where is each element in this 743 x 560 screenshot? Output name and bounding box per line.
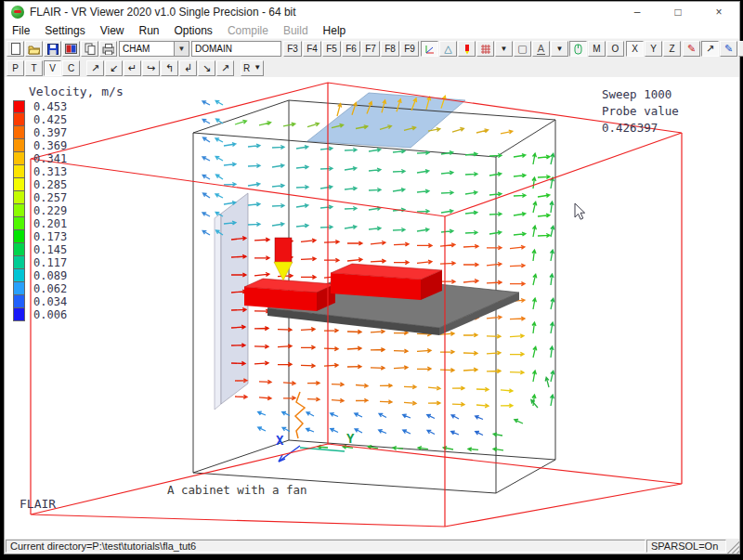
fkey-f7-button[interactable]: F7 [361,41,380,57]
domain-name-input[interactable] [191,41,281,57]
legend-row: 0.369 [13,139,67,152]
viewmode-v-button[interactable]: V [44,60,61,76]
rotate-view-3-button[interactable]: ↵ [124,60,141,76]
legend-swatch [13,217,25,230]
axes-toggle-icon[interactable] [421,41,438,57]
grid-toggle-icon[interactable] [476,41,494,57]
legend-row: 0.173 [13,230,67,243]
fkey-f4-button[interactable]: F4 [303,41,321,57]
mouse-mode-icon[interactable] [569,41,587,57]
print-button[interactable] [99,41,117,57]
fkey-f9-button[interactable]: F9 [400,41,419,57]
fkey-f5-button[interactable]: F5 [322,41,341,57]
viewmode-p-button[interactable]: P [7,60,24,76]
legend-row: 0.201 [13,217,67,230]
rotate-view-7-button[interactable]: ↘ [198,60,215,76]
rotate-view-8-button[interactable]: ↗ [216,60,234,76]
menu-settings[interactable]: Settings [37,23,92,38]
status-sparsol: SPARSOL=On [646,540,726,553]
angle-snap-icon[interactable]: A [532,41,550,57]
rotate-arrow-icon: ↗ [221,63,229,73]
menu-view[interactable]: View [93,23,132,38]
legend-row: 0.034 [13,295,67,308]
probe-marker-icon[interactable] [458,41,476,57]
legend-row: 0.313 [13,165,67,178]
m-toggle-button[interactable]: M [588,41,606,57]
open-file-button[interactable] [25,41,43,57]
fkey-f6-button[interactable]: F6 [342,41,360,57]
probe-label: Probe value [602,104,679,118]
wireframe-toggle-icon[interactable]: ▢ [514,41,531,57]
menu-build[interactable]: Build [276,23,316,38]
legend-swatch [13,191,25,204]
menu-help[interactable]: Help [316,23,354,38]
angle-options-chevron-icon[interactable]: ▼ [551,41,568,57]
copy-button[interactable] [81,41,98,57]
menu-bar: FileSettingsViewRunOptionsCompileBuildHe… [5,22,739,38]
menu-run[interactable]: Run [132,23,167,38]
save-button[interactable] [44,41,61,57]
fkey-f8-button[interactable]: F8 [381,41,399,57]
minimize-button[interactable]: – [617,2,658,22]
red-pen-icon[interactable]: ✎ [683,41,700,57]
rotate-arrow-icon: ↗ [91,63,99,73]
probe-value: 0.426397 [602,121,658,135]
legend-swatch [13,178,25,191]
rotate-view-1-button[interactable]: ↗ [86,60,104,76]
menu-options[interactable]: Options [167,23,220,38]
legend-value: 0.313 [33,165,67,178]
o-toggle-button[interactable]: O [606,41,624,57]
legend-value: 0.062 [33,282,67,295]
legend-value: 0.173 [33,230,67,243]
legend-swatch [13,308,25,321]
rotate-arrow-icon: ↪ [147,63,155,73]
legend-swatch [13,113,25,126]
legend-value: 0.257 [33,191,67,204]
legend-value: 0.201 [33,217,67,230]
sweep-label: Sweep 1000 [602,87,671,101]
close-button[interactable]: × [698,2,739,22]
maximize-button[interactable]: □ [658,2,698,22]
rotate-view-5-button[interactable]: ↰ [161,60,178,76]
axis-z-button[interactable]: Z [663,41,681,57]
viewmode-c-button[interactable]: C [62,60,80,76]
scene-canvas: X Y [5,77,739,540]
svg-text:X: X [276,433,284,448]
reset-view-button[interactable]: R▼ [241,60,264,76]
app-icon [11,6,24,19]
legend-swatch [13,126,25,139]
main-toolbar: CHAM ▼ F3F4F5F6F7F8F9 △ ▼ ▢ A ▼ MO XYZ ✎… [5,38,739,59]
menu-compile[interactable]: Compile [220,23,276,38]
legend-swatch [13,152,25,165]
screen: FLAIR - VR Viewer 2020 v1.0 Single Preci… [0,0,743,560]
rotate-arrow-icon: ↲ [184,63,192,73]
annotate-pen-icon[interactable]: ✎ [720,41,737,57]
outlet-plane [307,93,465,148]
title-bar: FLAIR - VR Viewer 2020 v1.0 Single Preci… [5,2,739,23]
menu-file[interactable]: File [5,23,37,38]
legend-row: 0.117 [13,256,67,269]
3d-viewport[interactable]: X Y Velocity, m/s [5,77,739,540]
select-cursor-icon[interactable]: ↗ [701,41,719,57]
resize-grip[interactable] [726,539,739,553]
legend-row: 0.425 [13,113,67,126]
legend-value: 0.229 [33,204,67,217]
fkey-f3-button[interactable]: F3 [283,41,302,57]
axis-y-button[interactable]: Y [645,41,662,57]
rotate-view-6-button[interactable]: ↲ [179,60,197,76]
vector-plot-icon[interactable] [738,41,743,57]
axis-x-button[interactable]: X [626,41,644,57]
grid-options-chevron-icon[interactable]: ▼ [495,41,513,57]
chevron-down-icon[interactable]: ▼ [174,42,189,56]
viewmode-t-button[interactable]: T [25,60,43,76]
rotate-view-2-button[interactable]: ↙ [105,60,123,76]
legend-value: 0.453 [33,100,67,113]
object-select-combo[interactable]: CHAM ▼ [119,41,189,57]
legend-value: 0.117 [33,256,67,269]
new-file-button[interactable] [7,41,24,57]
rotate-view-4-button[interactable]: ↪ [142,60,160,76]
component-box-2 [331,264,442,300]
legend-value: 0.089 [33,269,67,282]
image-export-button[interactable] [62,41,80,57]
mesh-triangle-icon[interactable]: △ [439,41,457,57]
